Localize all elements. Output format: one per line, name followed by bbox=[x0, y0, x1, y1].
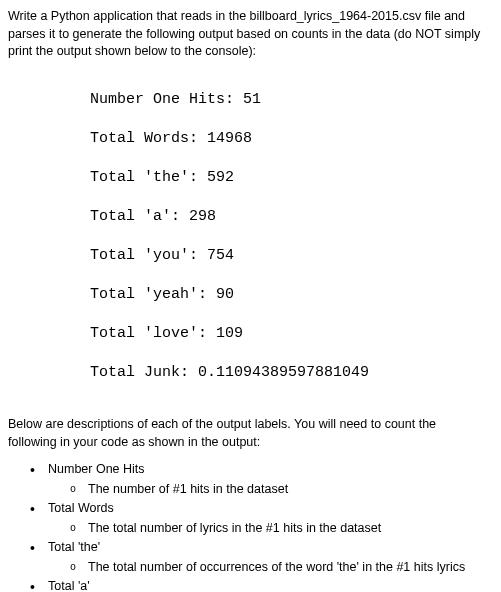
sub-list: The number of #1 hits in the dataset bbox=[70, 481, 487, 499]
list-item: Number One Hits The number of #1 hits in… bbox=[30, 461, 487, 498]
output-line-5: Total 'you': 754 bbox=[90, 246, 487, 266]
item-label: Total 'the' bbox=[48, 540, 100, 554]
sub-item: The total number of lyrics in the #1 hit… bbox=[70, 520, 487, 538]
item-label: Total 'a' bbox=[48, 579, 90, 592]
item-label: Number One Hits bbox=[48, 462, 145, 476]
list-item: Total 'a' The total number of occurrence… bbox=[30, 578, 487, 592]
intro-paragraph: Write a Python application that reads in… bbox=[8, 8, 487, 61]
output-line-8: Total Junk: 0.11094389597881049 bbox=[90, 363, 487, 383]
mid-paragraph: Below are descriptions of each of the ou… bbox=[8, 416, 487, 451]
sub-item: The number of #1 hits in the dataset bbox=[70, 481, 487, 499]
output-line-4: Total 'a': 298 bbox=[90, 207, 487, 227]
output-line-1: Number One Hits: 51 bbox=[90, 90, 487, 110]
requirements-list: Number One Hits The number of #1 hits in… bbox=[30, 461, 487, 592]
output-line-6: Total 'yeah': 90 bbox=[90, 285, 487, 305]
output-line-7: Total 'love': 109 bbox=[90, 324, 487, 344]
output-line-2: Total Words: 14968 bbox=[90, 129, 487, 149]
list-item: Total Words The total number of lyrics i… bbox=[30, 500, 487, 537]
sub-item: The total number of occurrences of the w… bbox=[70, 559, 487, 577]
sub-list: The total number of lyrics in the #1 hit… bbox=[70, 520, 487, 538]
list-item: Total 'the' The total number of occurren… bbox=[30, 539, 487, 576]
item-label: Total Words bbox=[48, 501, 114, 515]
output-line-3: Total 'the': 592 bbox=[90, 168, 487, 188]
console-output-block: Number One Hits: 51 Total Words: 14968 T… bbox=[90, 71, 487, 403]
sub-list: The total number of occurrences of the w… bbox=[70, 559, 487, 577]
